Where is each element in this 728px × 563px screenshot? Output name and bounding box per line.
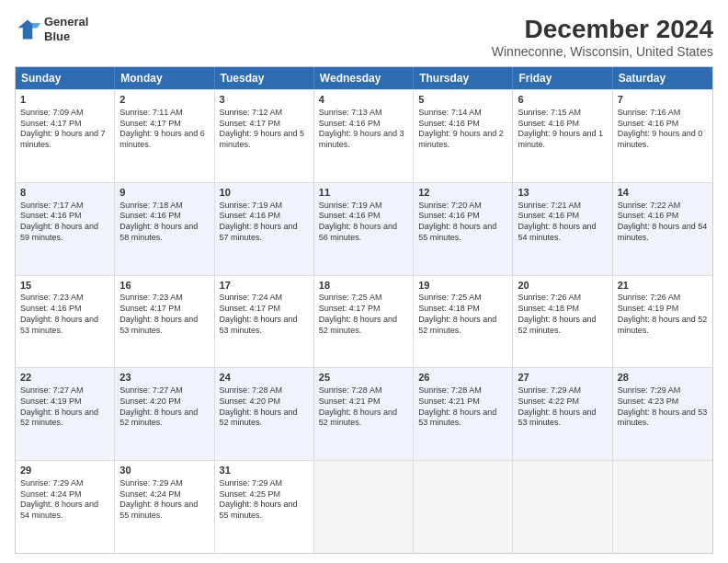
calendar-cell: 28Sunrise: 7:29 AM Sunset: 4:23 PM Dayli… xyxy=(613,368,712,460)
calendar-cell: 17Sunrise: 7:24 AM Sunset: 4:17 PM Dayli… xyxy=(215,276,314,368)
logo-icon xyxy=(15,17,40,42)
cell-info: Sunrise: 7:11 AM Sunset: 4:17 PM Dayligh… xyxy=(119,108,209,151)
cell-info: Sunrise: 7:26 AM Sunset: 4:19 PM Dayligh… xyxy=(618,293,708,336)
day-number: 14 xyxy=(618,186,708,200)
cell-info: Sunrise: 7:13 AM Sunset: 4:16 PM Dayligh… xyxy=(319,108,408,151)
calendar-body: 1Sunrise: 7:09 AM Sunset: 4:17 PM Daylig… xyxy=(16,89,712,553)
cell-info: Sunrise: 7:25 AM Sunset: 4:18 PM Dayligh… xyxy=(418,293,507,336)
calendar-cell: 25Sunrise: 7:28 AM Sunset: 4:21 PM Dayli… xyxy=(314,368,414,460)
calendar-cell: 27Sunrise: 7:29 AM Sunset: 4:22 PM Dayli… xyxy=(513,368,612,460)
day-number: 31 xyxy=(220,464,309,477)
day-number: 8 xyxy=(20,186,109,200)
svg-marker-1 xyxy=(32,23,40,28)
day-number: 25 xyxy=(319,371,408,385)
calendar-row: 22Sunrise: 7:27 AM Sunset: 4:19 PM Dayli… xyxy=(16,367,712,460)
cell-info: Sunrise: 7:18 AM Sunset: 4:16 PM Dayligh… xyxy=(119,201,209,244)
calendar-cell: 20Sunrise: 7:26 AM Sunset: 4:18 PM Dayli… xyxy=(513,276,612,368)
calendar-cell: 8Sunrise: 7:17 AM Sunset: 4:16 PM Daylig… xyxy=(16,183,115,275)
cell-info: Sunrise: 7:12 AM Sunset: 4:17 PM Dayligh… xyxy=(220,108,309,151)
day-number: 5 xyxy=(418,93,507,107)
cell-info: Sunrise: 7:28 AM Sunset: 4:21 PM Dayligh… xyxy=(418,385,507,429)
day-number: 20 xyxy=(518,279,607,293)
cell-info: Sunrise: 7:29 AM Sunset: 4:25 PM Dayligh… xyxy=(220,478,309,522)
calendar-header: SundayMondayTuesdayWednesdayThursdayFrid… xyxy=(16,67,712,89)
calendar-cell: 24Sunrise: 7:28 AM Sunset: 4:20 PM Dayli… xyxy=(215,368,314,460)
cell-info: Sunrise: 7:19 AM Sunset: 4:16 PM Dayligh… xyxy=(220,201,309,244)
cell-info: Sunrise: 7:28 AM Sunset: 4:20 PM Dayligh… xyxy=(220,385,309,429)
calendar-day-header: Wednesday xyxy=(314,67,414,89)
calendar: SundayMondayTuesdayWednesdayThursdayFrid… xyxy=(15,66,713,554)
calendar-day-header: Saturday xyxy=(613,67,712,89)
day-number: 27 xyxy=(518,371,607,385)
cell-info: Sunrise: 7:26 AM Sunset: 4:18 PM Dayligh… xyxy=(518,293,607,336)
day-number: 12 xyxy=(418,186,507,200)
calendar-cell: 5Sunrise: 7:14 AM Sunset: 4:16 PM Daylig… xyxy=(414,90,513,182)
day-number: 2 xyxy=(119,93,209,107)
cell-info: Sunrise: 7:28 AM Sunset: 4:21 PM Dayligh… xyxy=(319,385,408,429)
cell-info: Sunrise: 7:09 AM Sunset: 4:17 PM Dayligh… xyxy=(20,108,109,151)
day-number: 19 xyxy=(418,279,507,293)
calendar-cell: 30Sunrise: 7:29 AM Sunset: 4:24 PM Dayli… xyxy=(115,461,214,553)
calendar-day-header: Thursday xyxy=(414,67,513,89)
calendar-cell: 18Sunrise: 7:25 AM Sunset: 4:17 PM Dayli… xyxy=(314,276,414,368)
calendar-cell: 13Sunrise: 7:21 AM Sunset: 4:16 PM Dayli… xyxy=(513,183,612,275)
calendar-cell: 6Sunrise: 7:15 AM Sunset: 4:16 PM Daylig… xyxy=(513,90,612,182)
calendar-day-header: Sunday xyxy=(16,67,115,89)
logo: General Blue xyxy=(15,15,88,43)
day-number: 21 xyxy=(618,279,708,293)
calendar-row: 15Sunrise: 7:23 AM Sunset: 4:16 PM Dayli… xyxy=(16,275,712,368)
cell-info: Sunrise: 7:16 AM Sunset: 4:16 PM Dayligh… xyxy=(618,108,708,151)
main-title: December 2024 xyxy=(492,15,713,44)
calendar-cell-empty xyxy=(414,461,513,553)
calendar-cell: 15Sunrise: 7:23 AM Sunset: 4:16 PM Dayli… xyxy=(16,276,115,368)
calendar-cell: 29Sunrise: 7:29 AM Sunset: 4:24 PM Dayli… xyxy=(16,461,115,553)
calendar-day-header: Tuesday xyxy=(215,67,314,89)
cell-info: Sunrise: 7:23 AM Sunset: 4:16 PM Dayligh… xyxy=(20,293,109,336)
day-number: 9 xyxy=(119,186,209,200)
day-number: 3 xyxy=(220,93,309,107)
day-number: 11 xyxy=(319,186,408,200)
cell-info: Sunrise: 7:24 AM Sunset: 4:17 PM Dayligh… xyxy=(220,293,309,336)
day-number: 7 xyxy=(618,93,708,107)
calendar-cell: 11Sunrise: 7:19 AM Sunset: 4:16 PM Dayli… xyxy=(314,183,414,275)
cell-info: Sunrise: 7:29 AM Sunset: 4:22 PM Dayligh… xyxy=(518,385,607,429)
calendar-cell: 22Sunrise: 7:27 AM Sunset: 4:19 PM Dayli… xyxy=(16,368,115,460)
cell-info: Sunrise: 7:15 AM Sunset: 4:16 PM Dayligh… xyxy=(518,108,607,151)
calendar-cell: 12Sunrise: 7:20 AM Sunset: 4:16 PM Dayli… xyxy=(414,183,513,275)
svg-marker-0 xyxy=(18,19,38,39)
cell-info: Sunrise: 7:17 AM Sunset: 4:16 PM Dayligh… xyxy=(20,201,109,244)
subtitle: Winneconne, Wisconsin, United States xyxy=(492,44,713,59)
calendar-cell: 23Sunrise: 7:27 AM Sunset: 4:20 PM Dayli… xyxy=(115,368,214,460)
calendar-cell: 10Sunrise: 7:19 AM Sunset: 4:16 PM Dayli… xyxy=(215,183,314,275)
calendar-row: 1Sunrise: 7:09 AM Sunset: 4:17 PM Daylig… xyxy=(16,89,712,182)
calendar-cell: 7Sunrise: 7:16 AM Sunset: 4:16 PM Daylig… xyxy=(613,90,712,182)
cell-info: Sunrise: 7:19 AM Sunset: 4:16 PM Dayligh… xyxy=(319,201,408,244)
day-number: 6 xyxy=(518,93,607,107)
cell-info: Sunrise: 7:23 AM Sunset: 4:17 PM Dayligh… xyxy=(119,293,209,336)
day-number: 4 xyxy=(319,93,408,107)
cell-info: Sunrise: 7:27 AM Sunset: 4:20 PM Dayligh… xyxy=(119,385,209,429)
calendar-cell-empty xyxy=(613,461,712,553)
calendar-cell: 26Sunrise: 7:28 AM Sunset: 4:21 PM Dayli… xyxy=(414,368,513,460)
cell-info: Sunrise: 7:22 AM Sunset: 4:16 PM Dayligh… xyxy=(618,201,708,244)
calendar-day-header: Friday xyxy=(513,67,612,89)
logo-text: General Blue xyxy=(44,15,88,43)
calendar-cell: 3Sunrise: 7:12 AM Sunset: 4:17 PM Daylig… xyxy=(215,90,314,182)
calendar-cell: 31Sunrise: 7:29 AM Sunset: 4:25 PM Dayli… xyxy=(215,461,314,553)
cell-info: Sunrise: 7:29 AM Sunset: 4:24 PM Dayligh… xyxy=(119,478,209,522)
day-number: 26 xyxy=(418,371,507,385)
calendar-cell: 4Sunrise: 7:13 AM Sunset: 4:16 PM Daylig… xyxy=(314,90,414,182)
calendar-day-header: Monday xyxy=(115,67,214,89)
calendar-cell-empty xyxy=(314,461,414,553)
cell-info: Sunrise: 7:29 AM Sunset: 4:24 PM Dayligh… xyxy=(20,478,109,522)
day-number: 30 xyxy=(119,464,209,477)
cell-info: Sunrise: 7:20 AM Sunset: 4:16 PM Dayligh… xyxy=(418,201,507,244)
day-number: 17 xyxy=(220,279,309,293)
cell-info: Sunrise: 7:14 AM Sunset: 4:16 PM Dayligh… xyxy=(418,108,507,151)
calendar-cell-empty xyxy=(513,461,612,553)
day-number: 1 xyxy=(20,93,109,107)
calendar-cell: 19Sunrise: 7:25 AM Sunset: 4:18 PM Dayli… xyxy=(414,276,513,368)
day-number: 23 xyxy=(119,371,209,385)
logo-line2: Blue xyxy=(44,29,88,44)
title-area: December 2024 Winneconne, Wisconsin, Uni… xyxy=(492,15,713,59)
